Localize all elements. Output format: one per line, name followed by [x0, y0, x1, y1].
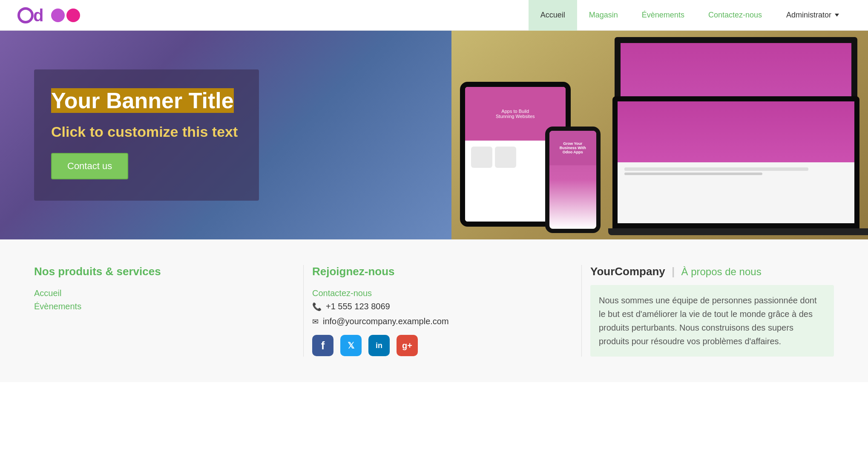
navbar-right: Accueil Magasin Évènements Contactez-nou… [529, 0, 851, 31]
footer-divider-1 [303, 265, 304, 357]
googleplus-icon[interactable]: g+ [397, 335, 418, 356]
twitter-icon[interactable]: 𝕏 [340, 335, 362, 356]
footer-phone: +1 555 123 8069 [312, 302, 556, 311]
hero-right: Apps to BuildStunning Websites Grow Your… [451, 31, 868, 239]
linkedin-icon[interactable]: in [368, 335, 390, 356]
email-icon [312, 317, 319, 326]
contact-us-button[interactable]: Contact us [51, 153, 128, 179]
nav-contactez[interactable]: Contactez-nous [696, 0, 774, 31]
footer-col-products: Nos produits & services Accueil Évènemen… [34, 265, 295, 357]
svg-point-0 [19, 9, 32, 22]
footer-join-title: Rejoignez-nous [312, 265, 556, 278]
company-name: YourCompany [590, 265, 665, 278]
footer-email-address: info@yourcompany.example.com [323, 317, 449, 326]
footer-products-title: Nos produits & services [34, 265, 278, 278]
footer-section: Nos produits & services Accueil Évènemen… [0, 239, 868, 382]
footer-email: info@yourcompany.example.com [312, 317, 556, 326]
hero-title[interactable]: Your Banner Title [51, 88, 234, 113]
footer-link-evenements[interactable]: Évènements [34, 302, 278, 311]
facebook-icon[interactable]: f [312, 335, 333, 356]
hero-subtitle[interactable]: Click to customize this text [51, 124, 238, 140]
footer-col-company: YourCompany | À propos de nous Nous somm… [590, 265, 834, 357]
footer-phone-number: +1 555 123 8069 [326, 302, 390, 311]
footer-col-contact: Rejoignez-nous Contactez-nous +1 555 123… [312, 265, 573, 357]
footer-link-accueil[interactable]: Accueil [34, 288, 278, 298]
phone-icon [312, 302, 322, 311]
nav-links: Accueil Magasin Évènements Contactez-nou… [529, 0, 774, 31]
title-separator: | [672, 265, 678, 278]
odoo-logo-svg: d [17, 3, 85, 27]
device-laptop [612, 96, 868, 235]
device-phone: Grow YourBusiness WithOdoo Apps [545, 127, 601, 233]
social-icons: f 𝕏 in g+ [312, 335, 556, 356]
about-link[interactable]: À propos de nous [681, 266, 762, 277]
nav-accueil[interactable]: Accueil [529, 0, 577, 31]
nav-magasin[interactable]: Magasin [577, 0, 630, 31]
svg-point-2 [51, 9, 65, 22]
hero-left: Your Banner Title Click to customize thi… [0, 31, 451, 239]
hero-content-box: Your Banner Title Click to customize thi… [34, 69, 259, 201]
footer-company-description: Nous sommes une équipe de personnes pass… [590, 285, 834, 357]
footer-divider-2 [581, 265, 582, 357]
admin-label: Administrator [786, 11, 831, 20]
svg-text:d: d [33, 6, 43, 25]
nav-evenements[interactable]: Évènements [630, 0, 696, 31]
chevron-down-icon [835, 14, 839, 17]
hero-section: Your Banner Title Click to customize thi… [0, 31, 868, 239]
footer-company-title: YourCompany | À propos de nous [590, 265, 834, 278]
devices-display: Apps to BuildStunning Websites Grow Your… [451, 31, 868, 239]
footer-contactez-link[interactable]: Contactez-nous [312, 288, 556, 298]
navbar: d Accueil Magasin Évènements Contactez-n… [0, 0, 868, 31]
svg-point-3 [66, 9, 80, 22]
nav-admin-dropdown[interactable]: Administrator [774, 11, 851, 20]
logo[interactable]: d [17, 3, 85, 27]
